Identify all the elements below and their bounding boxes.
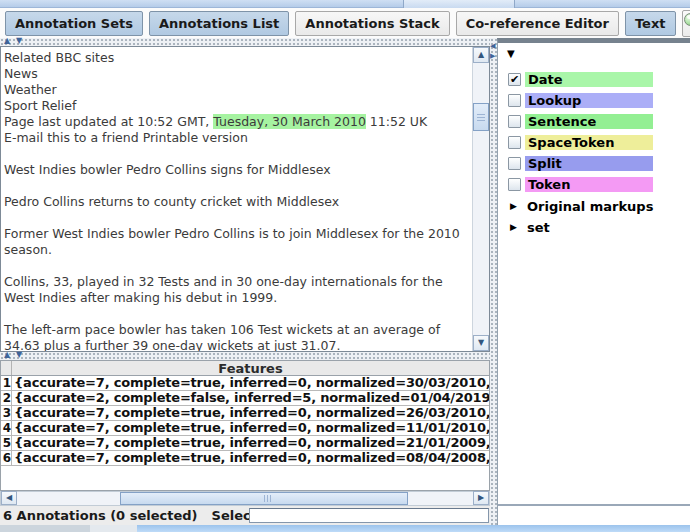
annotation-type-row-lookup: Lookup xyxy=(498,93,690,108)
row-number-cell: 2 xyxy=(1,391,12,405)
text-line: season. xyxy=(4,242,472,258)
annotations-features-table: Features 1{accurate=7, complete=true, in… xyxy=(0,360,490,491)
annotation-type-checkbox-split[interactable] xyxy=(508,157,521,170)
gate-document-viewer: Annotation SetsAnnotations ListAnnotatio… xyxy=(0,0,690,532)
table-body: 1{accurate=7, complete=true, inferred=0,… xyxy=(1,376,489,466)
toolbar-button-annotations-list[interactable]: Annotations List xyxy=(149,11,289,36)
text-line xyxy=(4,210,472,226)
annotations-status-bar: 6 Annotations (0 selected) Select: xyxy=(0,506,490,525)
search-button[interactable] xyxy=(682,10,690,37)
table-split-divider[interactable]: ▲ ▼ xyxy=(0,352,490,360)
scroll-down-button[interactable]: ▼ xyxy=(473,335,489,351)
text-segment: season. xyxy=(4,242,52,257)
annotation-type-checkbox-sentence[interactable] xyxy=(508,115,521,128)
annotation-type-row-split: Split xyxy=(498,156,690,171)
scroll-up-button[interactable]: ▲ xyxy=(473,47,489,63)
toolbar-button-text[interactable]: Text xyxy=(625,11,676,36)
annotation-type-checkbox-spacetoken[interactable] xyxy=(508,136,521,149)
text-line: Related BBC sites xyxy=(4,50,472,66)
document-text-pane: ▲ ▼ Related BBC sitesNewsWeatherSport Re… xyxy=(0,38,490,525)
toolbar-button-co-reference-editor[interactable]: Co-reference Editor xyxy=(456,11,619,36)
annotation-type-row-token: Token xyxy=(498,177,690,192)
text-line: Collins, 33, played in 32 Tests and in 3… xyxy=(4,274,472,290)
text-segment: West Indies after making his debut in 19… xyxy=(4,290,277,305)
text-segment: Weather xyxy=(4,82,57,97)
annotation-type-label-sentence[interactable]: Sentence xyxy=(525,114,653,129)
bottom-strip-left xyxy=(0,525,90,532)
table-header-row: Features xyxy=(1,361,489,376)
annotation-sets-pane: ▼ ✔DateLookupSentenceSpaceTokenSplitToke… xyxy=(497,38,690,525)
text-line xyxy=(4,146,472,162)
annotation-type-label-spacetoken[interactable]: SpaceToken xyxy=(525,135,653,150)
text-segment: The left-arm pace bowler has taken 106 T… xyxy=(4,322,440,337)
table-row[interactable]: 4{accurate=7, complete=true, inferred=0,… xyxy=(1,421,489,436)
table-row[interactable]: 3{accurate=7, complete=true, inferred=0,… xyxy=(1,406,489,421)
table-row[interactable]: 5{accurate=7, complete=true, inferred=0,… xyxy=(1,436,489,451)
features-cell: {accurate=7, complete=true, inferred=0, … xyxy=(12,436,489,450)
annotation-type-checkbox-date[interactable]: ✔ xyxy=(508,73,521,86)
toolbar-button-annotations-stack[interactable]: Annotations Stack xyxy=(295,11,449,36)
features-column-header[interactable]: Features xyxy=(12,361,489,375)
tree-group-row-set[interactable]: ▶set xyxy=(498,220,690,235)
document-view-toolbar: Annotation SetsAnnotations ListAnnotatio… xyxy=(0,8,690,38)
table-horizontal-scrollbar[interactable]: ◀ ▶ xyxy=(0,491,490,506)
text-line: Sport Relief xyxy=(4,98,472,114)
scroll-down-icon: ▼ xyxy=(478,339,484,347)
annotation-type-row-spacetoken: SpaceToken xyxy=(498,135,690,150)
vertical-scrollbar-thumb[interactable] xyxy=(473,103,489,131)
top-split-divider[interactable]: ▲ ▼ xyxy=(0,38,490,46)
horizontal-scrollbar-thumb[interactable] xyxy=(120,492,408,505)
date-annotation-highlight[interactable]: Tuesday, 30 March 2010 xyxy=(213,114,366,129)
collapse-right-icon[interactable]: ▶ xyxy=(490,52,495,60)
features-cell: {accurate=7, complete=true, inferred=0, … xyxy=(12,406,489,420)
text-segment: West Indies bowler Pedro Collins signs f… xyxy=(4,162,331,177)
annotations-count-label: 6 Annotations (0 selected) xyxy=(3,508,198,523)
text-vertical-scrollbar[interactable]: ▲ ▼ xyxy=(472,47,489,351)
text-segment: 11:52 UK xyxy=(366,114,427,129)
text-segment: Pedro Collins returns to county cricket … xyxy=(4,194,339,209)
text-line: Weather xyxy=(4,82,472,98)
row-number-cell: 1 xyxy=(1,376,12,390)
row-number-cell: 5 xyxy=(1,436,12,450)
text-line: The left-arm pace bowler has taken 106 T… xyxy=(4,322,472,338)
scroll-left-button[interactable]: ◀ xyxy=(1,491,17,505)
table-row[interactable]: 2{accurate=2, complete=false, inferred=5… xyxy=(1,391,489,406)
table-row[interactable]: 6{accurate=7, complete=true, inferred=0,… xyxy=(1,451,489,466)
text-line: E-mail this to a friend Printable versio… xyxy=(4,130,472,146)
tree-root-expanded-icon[interactable]: ▼ xyxy=(507,49,515,59)
annotation-type-label-date[interactable]: Date xyxy=(525,72,653,87)
annotation-type-row-date: ✔Date xyxy=(498,72,690,87)
text-line: West Indies bowler Pedro Collins signs f… xyxy=(4,162,472,178)
table-row[interactable]: 1{accurate=7, complete=true, inferred=0,… xyxy=(1,376,489,391)
toolbar-button-annotation-sets[interactable]: Annotation Sets xyxy=(5,11,143,36)
vertical-split-divider[interactable]: ◀ ▶ xyxy=(490,38,497,525)
scroll-up-icon: ▲ xyxy=(478,51,484,59)
checkmark-icon: ✔ xyxy=(510,73,519,86)
tree-group-row-original-markups[interactable]: ▶Original markups xyxy=(498,199,690,214)
text-line: 34.63 plus a further 39 one-day wickets … xyxy=(4,338,472,351)
text-segment: E-mail this to a friend Printable versio… xyxy=(4,130,248,145)
annotation-type-label-split[interactable]: Split xyxy=(525,156,653,171)
annotation-type-checkbox-lookup[interactable] xyxy=(508,94,521,107)
collapse-left-icon[interactable]: ◀ xyxy=(490,42,495,50)
text-segment: Former West Indies bowler Pedro Collins … xyxy=(4,226,460,241)
group-collapsed-icon[interactable]: ▶ xyxy=(510,201,517,212)
text-line: Page last updated at 10:52 GMT, Tuesday,… xyxy=(4,114,472,130)
group-collapsed-icon[interactable]: ▶ xyxy=(510,222,517,233)
text-segment: Collins, 33, played in 32 Tests and in 3… xyxy=(4,274,443,289)
magnifier-icon xyxy=(683,13,690,33)
document-text-area[interactable]: Related BBC sitesNewsWeatherSport Relief… xyxy=(0,46,490,352)
annotation-type-label-token[interactable]: Token xyxy=(525,177,653,192)
collapse-down-icon[interactable]: ▼ xyxy=(16,36,22,46)
collapse-down-icon[interactable]: ▼ xyxy=(16,350,22,360)
collapse-up-icon[interactable]: ▲ xyxy=(4,36,10,46)
features-cell: {accurate=7, complete=true, inferred=0, … xyxy=(12,451,489,465)
annotation-type-checkbox-token[interactable] xyxy=(508,178,521,191)
collapse-up-icon[interactable]: ▲ xyxy=(4,350,10,360)
row-number-cell: 3 xyxy=(1,406,12,420)
text-segment: 34.63 plus a further 39 one-day wickets … xyxy=(4,338,340,351)
features-cell: {accurate=2, complete=false, inferred=5,… xyxy=(12,391,489,405)
select-input[interactable] xyxy=(249,508,489,523)
scroll-right-button[interactable]: ▶ xyxy=(473,491,489,505)
annotation-type-label-lookup[interactable]: Lookup xyxy=(525,93,653,108)
